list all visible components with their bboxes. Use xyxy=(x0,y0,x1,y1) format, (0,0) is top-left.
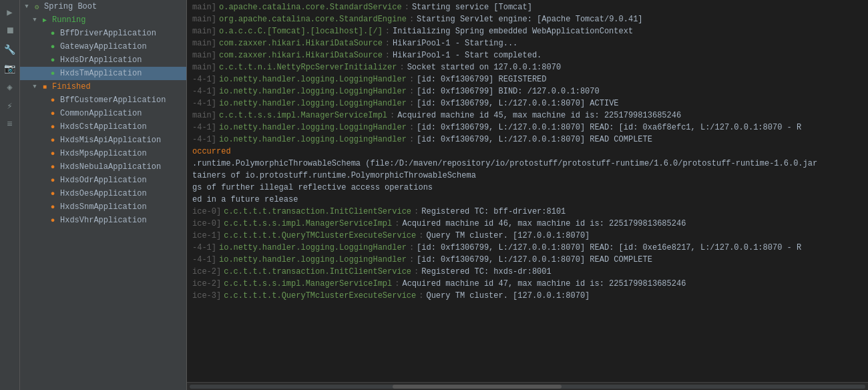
log-line-17: ice-0] c.c.t.t.t.transaction.InitClientS… xyxy=(187,206,868,218)
app-icon-f9 xyxy=(48,202,57,212)
finished-label: Finished xyxy=(52,82,91,91)
expand-leaf-f4 xyxy=(39,136,47,144)
log-line-3: main] com.zaxxer.hikari.HikariDataSource… xyxy=(187,37,868,49)
log-line-0: main] o.apache.catalina.core.StandardSer… xyxy=(187,1,868,13)
toolbar-icon-menu[interactable]: ≡ xyxy=(3,118,17,131)
log-area[interactable]: main] o.apache.catalina.core.StandardSer… xyxy=(187,0,868,382)
sidebar-item-bff-customer[interactable]: BffCustomerApplication xyxy=(20,93,186,107)
spring-boot-icon xyxy=(32,2,41,11)
sidebar-item-common[interactable]: CommonApplication xyxy=(20,107,186,120)
app-label-2: GatewayApplication xyxy=(60,42,147,51)
scrollbar-thumb xyxy=(393,385,562,389)
expand-leaf-f3 xyxy=(39,123,47,131)
log-line-15: gs of further illegal reflective access … xyxy=(187,182,868,194)
app-icon-f1 xyxy=(48,95,57,105)
log-line-21: -4-1] io.netty.handler.logging.LoggingHa… xyxy=(187,254,868,266)
sidebar-item-hxds-mps[interactable]: HxdsMpsApplication xyxy=(20,147,186,160)
log-line-14: tainers of io.protostuff.runtime.Polymor… xyxy=(187,170,868,182)
app-icon-f4 xyxy=(48,136,57,145)
expand-leaf-2 xyxy=(39,43,47,51)
app-label-f8: HxdsOesApplication xyxy=(60,189,147,198)
expand-leaf-f9 xyxy=(39,203,47,211)
sidebar-item-hxds-dr[interactable]: HxdsDrApplication xyxy=(20,53,186,67)
sidebar-item-hxds-oes[interactable]: HxdsOesApplication xyxy=(20,187,186,200)
app-icon-f6 xyxy=(48,162,57,172)
app-label-f10: HxdsVhrApplication xyxy=(60,216,147,225)
sidebar-item-hxds-nebula[interactable]: HxdsNebulaApplication xyxy=(20,160,186,174)
log-line-20: -4-1] io.netty.handler.logging.LoggingHa… xyxy=(187,242,868,254)
app-icon-2 xyxy=(48,42,57,51)
toolbar-icon-wrench[interactable]: 🔧 xyxy=(3,43,17,56)
expand-leaf-f6 xyxy=(39,163,47,171)
app-label-f7: HxdsOdrApplication xyxy=(60,176,147,185)
sidebar-section-running[interactable]: Running xyxy=(20,13,186,27)
sidebar-item-hxds-odr[interactable]: HxdsOdrApplication xyxy=(20,174,186,187)
expand-leaf-4 xyxy=(39,69,47,77)
toolbar-icon-run[interactable]: ▶ xyxy=(3,5,17,19)
sidebar-root-label: Spring Boot xyxy=(44,2,97,11)
app-icon-f8 xyxy=(48,189,57,198)
app-label-f4: HxdsMisApiApplication xyxy=(60,136,161,145)
toolbar-icon-camera[interactable]: 📷 xyxy=(3,61,17,75)
running-folder-icon xyxy=(40,15,49,25)
app-label-f1: BffCustomerApplication xyxy=(60,95,166,105)
log-line-10: -4-1] io.netty.handler.logging.LoggingHa… xyxy=(187,122,868,134)
app-label-f2: CommonApplication xyxy=(60,109,142,118)
expand-arrow-root xyxy=(23,3,31,11)
log-line-1: main] org.apache.catalina.core.StandardE… xyxy=(187,13,868,25)
expand-leaf-f1 xyxy=(39,96,47,104)
log-line-2: main] o.a.c.c.C.[Tomcat].[localhost].[/]… xyxy=(187,25,868,37)
log-line-7: -4-1] io.netty.handler.logging.LoggingHa… xyxy=(187,85,868,98)
sidebar-item-gateway[interactable]: GatewayApplication xyxy=(20,40,186,53)
app-label-1: BffDriverApplication xyxy=(60,29,156,38)
app-icon-f5 xyxy=(48,149,57,158)
expand-leaf-f2 xyxy=(39,110,47,118)
log-line-9: main] c.c.t.t.s.s.impl.ManagerServiceImp… xyxy=(187,110,868,122)
main-content: main] o.apache.catalina.core.StandardSer… xyxy=(187,0,868,390)
app-icon-3 xyxy=(48,55,57,65)
expand-leaf-3 xyxy=(39,56,47,64)
toolbar-icon-diamond[interactable]: ◈ xyxy=(3,80,17,93)
sidebar: Spring Boot Running BffDriverApplication… xyxy=(20,0,187,390)
running-label: Running xyxy=(52,15,85,25)
app-icon-f3 xyxy=(48,122,57,132)
expand-leaf-f8 xyxy=(39,190,47,198)
sidebar-section-finished[interactable]: Finished xyxy=(20,80,186,93)
app-label-f6: HxdsNebulaApplication xyxy=(60,162,161,172)
toolbar-icon-stop[interactable]: ⏹ xyxy=(3,24,17,37)
app-label-3: HxdsDrApplication xyxy=(60,55,142,65)
app-label-f9: HxdsSnmApplication xyxy=(60,202,147,212)
scrollbar-track xyxy=(190,385,865,389)
log-line-23: ice-2] c.c.t.t.s.s.impl.ManagerServiceIm… xyxy=(187,278,868,290)
expand-leaf-f5 xyxy=(39,150,47,158)
log-line-16: ed in a future release xyxy=(187,194,868,206)
log-line-11: -4-1] io.netty.handler.logging.LoggingHa… xyxy=(187,134,868,146)
log-line-12: occurred xyxy=(187,146,868,158)
sidebar-item-hxds-vhr[interactable]: HxdsVhrApplication xyxy=(20,214,186,227)
log-line-24: ice-3] c.c.t.t.t.t.QueryTMclusterExecute… xyxy=(187,290,868,302)
app-icon-4 xyxy=(48,69,57,78)
log-line-13: .runtime.PolymorphicThrowableSchema (fil… xyxy=(187,158,868,170)
app-label-4: HxdsTmApplication xyxy=(60,69,142,78)
horizontal-scrollbar[interactable] xyxy=(187,382,868,390)
expand-leaf-f10 xyxy=(39,216,47,224)
finished-folder-icon xyxy=(40,82,49,91)
app-icon-f7 xyxy=(48,176,57,185)
app-icon-f2 xyxy=(48,109,57,118)
sidebar-root-spring-boot[interactable]: Spring Boot xyxy=(20,0,186,13)
sidebar-item-hxds-snm[interactable]: HxdsSnmApplication xyxy=(20,200,186,214)
log-line-18: ice-0] c.c.t.t.s.s.impl.ManagerServiceIm… xyxy=(187,218,868,230)
toolbar-icon-bolt[interactable]: ⚡ xyxy=(3,99,17,112)
sidebar-item-hxds-mis-api[interactable]: HxdsMisApiApplication xyxy=(20,134,186,147)
app-icon-f10 xyxy=(48,216,57,225)
log-line-19: ice-1] c.c.t.t.t.t.QueryTMClusterExecute… xyxy=(187,230,868,242)
app-label-f5: HxdsMpsApplication xyxy=(60,149,147,158)
sidebar-item-hxds-tm[interactable]: HxdsTmApplication xyxy=(20,67,186,80)
log-line-8: -4-1] io.netty.handler.logging.LoggingHa… xyxy=(187,98,868,110)
expand-arrow-running xyxy=(31,16,39,24)
sidebar-item-hxds-cst[interactable]: HxdsCstApplication xyxy=(20,120,186,134)
app-label-f3: HxdsCstApplication xyxy=(60,122,147,132)
log-line-6: -4-1] io.netty.handler.logging.LoggingHa… xyxy=(187,73,868,85)
log-line-4: main] com.zaxxer.hikari.HikariDataSource… xyxy=(187,49,868,61)
sidebar-item-bff-driver[interactable]: BffDriverApplication xyxy=(20,27,186,40)
